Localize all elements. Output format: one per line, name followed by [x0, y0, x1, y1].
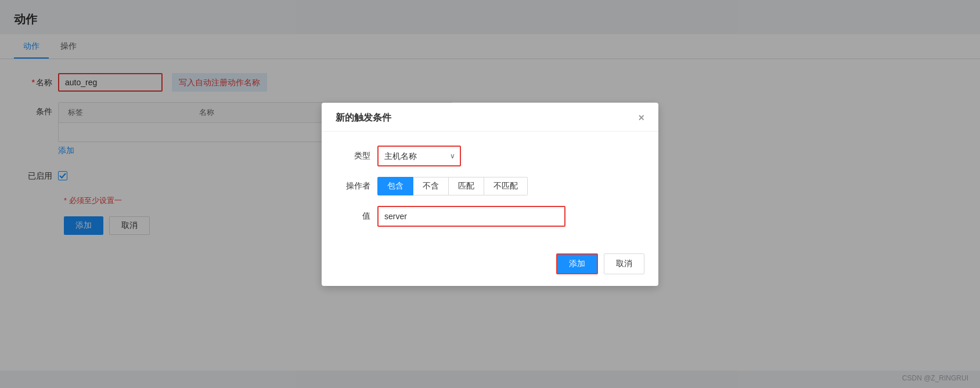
value-input-wrapper	[377, 206, 565, 227]
type-select[interactable]: 主机名称 主机组 标签 代理	[379, 147, 460, 165]
trigger-condition-modal: 新的触发条件 × 类型 主机名称 主机组 标签 代理 ∨ 操作者	[322, 103, 658, 286]
modal-body: 类型 主机名称 主机组 标签 代理 ∨ 操作者 包含 不含 匹配	[322, 132, 658, 246]
op-not-match[interactable]: 不匹配	[484, 177, 528, 195]
op-match[interactable]: 匹配	[449, 177, 484, 195]
modal-operator-label: 操作者	[345, 181, 377, 191]
modal-type-label: 类型	[345, 151, 377, 161]
modal-overlay: 新的触发条件 × 类型 主机名称 主机组 标签 代理 ∨ 操作者	[0, 0, 980, 388]
modal-type-row: 类型 主机名称 主机组 标签 代理 ∨	[345, 146, 635, 166]
modal-value-label: 值	[345, 211, 377, 222]
value-input[interactable]	[379, 207, 564, 226]
modal-header: 新的触发条件 ×	[322, 103, 658, 132]
op-contains[interactable]: 包含	[377, 177, 413, 195]
modal-title: 新的触发条件	[336, 112, 391, 124]
op-not-contains[interactable]: 不含	[413, 177, 449, 195]
modal-operator-row: 操作者 包含 不含 匹配 不匹配	[345, 177, 635, 195]
modal-close-button[interactable]: ×	[638, 113, 644, 123]
operator-buttons: 包含 不含 匹配 不匹配	[377, 177, 528, 195]
modal-add-button[interactable]: 添加	[556, 253, 598, 274]
type-select-wrapper: 主机名称 主机组 标签 代理 ∨	[377, 146, 461, 166]
modal-value-row: 值	[345, 206, 635, 227]
modal-cancel-button[interactable]: 取消	[604, 253, 644, 274]
modal-footer: 添加 取消	[322, 246, 658, 286]
